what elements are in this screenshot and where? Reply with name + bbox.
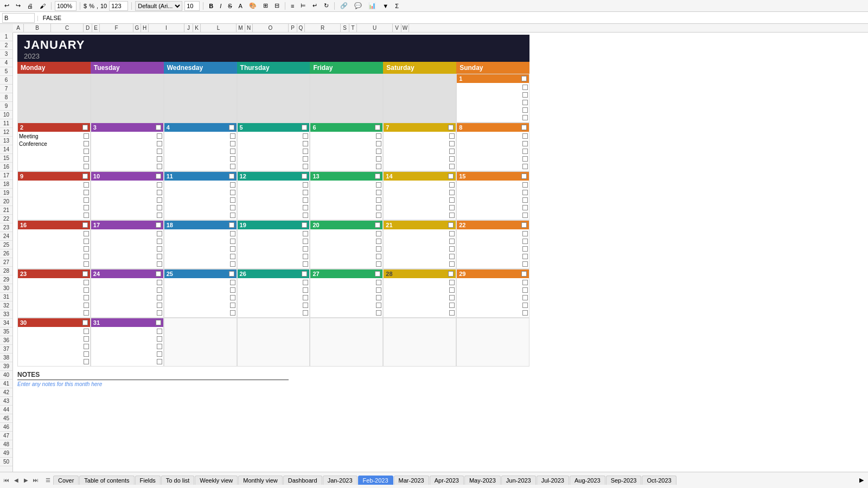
day-11-checkbox[interactable] bbox=[229, 174, 234, 179]
cb[interactable] bbox=[230, 182, 235, 188]
sheet-tab-fields[interactable]: Fields bbox=[135, 476, 161, 485]
cb[interactable] bbox=[157, 287, 162, 293]
cb[interactable] bbox=[230, 205, 235, 210]
cb[interactable] bbox=[449, 197, 455, 203]
cb[interactable] bbox=[84, 141, 89, 146]
chart-button[interactable]: 📊 bbox=[366, 2, 378, 10]
cb[interactable] bbox=[303, 231, 308, 236]
cb[interactable] bbox=[522, 190, 528, 195]
day-12-checkbox[interactable] bbox=[302, 174, 307, 179]
font-select[interactable]: Default (Ari... bbox=[135, 1, 182, 11]
cb[interactable] bbox=[303, 213, 308, 218]
link-button[interactable]: 🔗 bbox=[338, 2, 350, 10]
cb[interactable] bbox=[376, 205, 381, 210]
cb[interactable] bbox=[84, 261, 89, 267]
day-23-checkbox[interactable] bbox=[82, 271, 88, 277]
redo-button[interactable]: ↪ bbox=[14, 2, 23, 10]
cb[interactable] bbox=[230, 156, 235, 162]
cb[interactable] bbox=[84, 336, 89, 342]
undo-button[interactable]: ↩ bbox=[2, 2, 11, 10]
sheet-tab-to-do-list[interactable]: To do list bbox=[161, 476, 194, 485]
day-10-checkbox[interactable] bbox=[156, 174, 161, 179]
cb[interactable] bbox=[157, 205, 162, 210]
cb[interactable] bbox=[157, 351, 162, 357]
cb[interactable] bbox=[84, 231, 89, 236]
cb[interactable] bbox=[376, 141, 381, 146]
cb[interactable] bbox=[157, 197, 162, 203]
decimal-input[interactable]: 123 bbox=[109, 1, 128, 11]
cb[interactable] bbox=[522, 246, 528, 252]
cb[interactable] bbox=[157, 133, 162, 139]
cb[interactable] bbox=[84, 182, 89, 188]
cb[interactable] bbox=[230, 246, 235, 252]
cb[interactable] bbox=[84, 239, 89, 244]
cb[interactable] bbox=[230, 239, 235, 244]
cell-reference-input[interactable]: B bbox=[2, 13, 35, 23]
cb[interactable] bbox=[449, 182, 455, 188]
cb[interactable] bbox=[376, 310, 381, 316]
day-29-checkbox[interactable] bbox=[521, 271, 527, 277]
sheet-tab-dashboard[interactable]: Dashboard bbox=[283, 476, 322, 485]
sheet-tab-apr-2023[interactable]: Apr-2023 bbox=[430, 476, 464, 485]
cb[interactable] bbox=[230, 197, 235, 203]
sheet-tab-jun-2023[interactable]: Jun-2023 bbox=[501, 476, 536, 485]
cb[interactable] bbox=[376, 254, 381, 259]
tab-nav-right-right[interactable]: ⏭ bbox=[31, 476, 40, 485]
cb[interactable] bbox=[230, 280, 235, 285]
cb[interactable] bbox=[522, 261, 528, 267]
cb[interactable] bbox=[522, 156, 528, 162]
day-4-checkbox[interactable] bbox=[229, 125, 234, 130]
cb[interactable] bbox=[303, 190, 308, 195]
cb[interactable] bbox=[449, 149, 455, 154]
cb[interactable] bbox=[376, 231, 381, 236]
cb[interactable] bbox=[522, 100, 528, 105]
cb[interactable] bbox=[84, 280, 89, 285]
tab-scroll-right[interactable]: ▶ bbox=[857, 476, 866, 485]
tab-nav-left-left[interactable]: ⏮ bbox=[2, 476, 11, 485]
align-button[interactable]: ≡ bbox=[289, 2, 296, 10]
rotate-button[interactable]: ↻ bbox=[322, 2, 331, 10]
cb[interactable] bbox=[230, 254, 235, 259]
paint-format-button[interactable]: 🖌 bbox=[37, 2, 48, 10]
formula-input[interactable]: FALSE bbox=[41, 13, 866, 23]
day-26-checkbox[interactable] bbox=[302, 271, 307, 277]
cb[interactable] bbox=[449, 280, 455, 285]
cb[interactable] bbox=[84, 359, 89, 364]
cb[interactable] bbox=[376, 246, 381, 252]
cb[interactable] bbox=[522, 85, 528, 90]
cb[interactable] bbox=[303, 205, 308, 210]
day-22-checkbox[interactable] bbox=[521, 222, 527, 228]
sheet-tab-sep-2023[interactable]: Sep-2023 bbox=[606, 476, 642, 485]
day-21-checkbox[interactable] bbox=[448, 222, 454, 228]
cb[interactable] bbox=[303, 156, 308, 162]
day-30-checkbox[interactable] bbox=[82, 320, 88, 325]
day-5-checkbox[interactable] bbox=[302, 125, 307, 130]
cb[interactable] bbox=[376, 303, 381, 308]
sheet-tab-oct-2023[interactable]: Oct-2023 bbox=[642, 476, 676, 485]
cb[interactable] bbox=[449, 261, 455, 267]
cb[interactable] bbox=[157, 231, 162, 236]
strikethrough-button[interactable]: S bbox=[226, 2, 234, 10]
cb[interactable] bbox=[376, 213, 381, 218]
sheet-tab-mar-2023[interactable]: Mar-2023 bbox=[394, 476, 429, 485]
fill-color-button[interactable]: 🎨 bbox=[247, 2, 259, 10]
cb[interactable] bbox=[376, 149, 381, 154]
sheet-tab-may-2023[interactable]: May-2023 bbox=[464, 476, 501, 485]
cb[interactable] bbox=[230, 133, 235, 139]
cb[interactable] bbox=[522, 107, 528, 113]
cb[interactable] bbox=[376, 287, 381, 293]
hamburger-menu-icon[interactable]: ☰ bbox=[43, 476, 52, 485]
cb[interactable] bbox=[230, 261, 235, 267]
comment-button[interactable]: 💬 bbox=[352, 2, 364, 10]
sheet-tab-jul-2023[interactable]: Jul-2023 bbox=[537, 476, 569, 485]
cb[interactable] bbox=[303, 287, 308, 293]
cb[interactable] bbox=[522, 149, 528, 154]
print-button[interactable]: 🖨 bbox=[25, 2, 35, 10]
cb[interactable] bbox=[449, 303, 455, 308]
cb[interactable] bbox=[376, 197, 381, 203]
cb[interactable] bbox=[522, 197, 528, 203]
day-28-checkbox[interactable] bbox=[448, 271, 454, 277]
cb[interactable] bbox=[449, 141, 455, 146]
cb[interactable] bbox=[303, 141, 308, 146]
cb[interactable] bbox=[303, 261, 308, 267]
